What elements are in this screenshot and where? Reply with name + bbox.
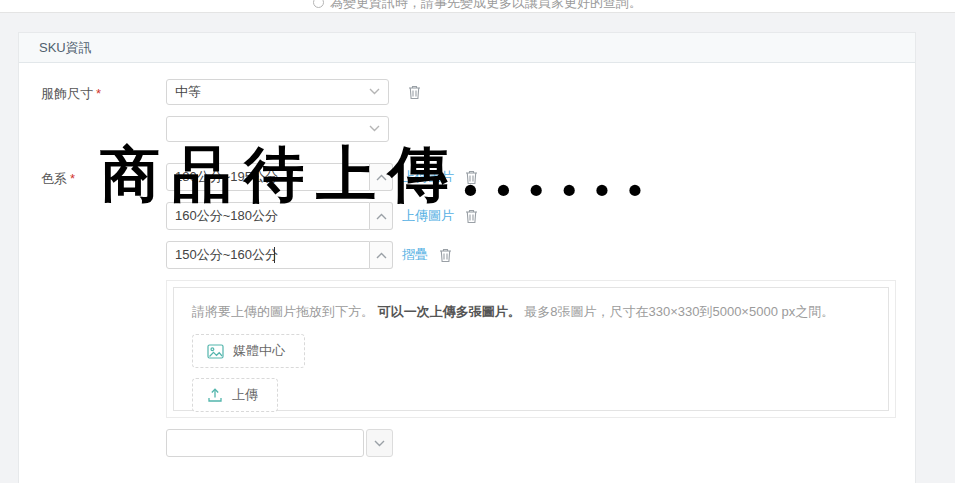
sku-info-card: SKU資訊 服飾尺寸* 中等 xyxy=(18,32,916,483)
upload-hint-bold: 可以一次上傳多張圖片。 xyxy=(378,304,521,319)
media-center-label: 媒體中心 xyxy=(233,342,285,360)
color-label-text: 色系 xyxy=(41,171,67,186)
size-field-label: 服飾尺寸* xyxy=(41,79,166,103)
color-value-input-2[interactable] xyxy=(166,202,370,230)
page-background: 商品待上傳...... SKU資訊 服飾尺寸* 中等 xyxy=(0,13,955,483)
upload-label: 上傳 xyxy=(232,386,258,404)
focused-input-wrap xyxy=(166,241,370,269)
top-hint-text-wrap: 為變更資訊時，請事先變成更多以讓買家更好的查詢。 xyxy=(313,0,642,12)
size-select-value: 中等 xyxy=(175,83,201,101)
upload-hint-part1: 請將要上傳的圖片拖放到下方。 xyxy=(192,304,374,319)
media-center-button[interactable]: 媒體中心 xyxy=(192,334,305,368)
collapse-row-button[interactable] xyxy=(370,202,393,230)
sku-section-header: SKU資訊 xyxy=(19,33,915,63)
size-rows: 中等 xyxy=(166,79,422,153)
delete-color-row-button[interactable] xyxy=(464,169,479,185)
sku-form-body: 服飾尺寸* 中等 xyxy=(19,63,915,468)
upload-image-link[interactable]: 上傳圖片 xyxy=(402,207,454,225)
trash-icon xyxy=(464,208,479,224)
chevron-down-icon xyxy=(374,440,385,447)
size-label-text: 服飾尺寸 xyxy=(41,86,93,101)
chevron-up-icon xyxy=(376,252,387,259)
color-required-asterisk: * xyxy=(70,171,75,186)
color-row-1: 上傳圖片 xyxy=(166,163,896,191)
color-field-label: 色系* xyxy=(41,163,166,188)
upload-arrow-icon xyxy=(207,387,223,403)
size-row-1: 中等 xyxy=(166,79,422,105)
collapse-row-button[interactable] xyxy=(370,163,393,191)
extra-attribute-input[interactable] xyxy=(166,429,364,457)
size-field-row: 服飾尺寸* 中等 xyxy=(41,79,915,153)
chevron-up-icon xyxy=(376,213,387,220)
delete-color-row-button[interactable] xyxy=(464,208,479,224)
info-circle-icon xyxy=(313,0,324,8)
delete-size-row-button[interactable] xyxy=(407,84,422,100)
size-required-asterisk: * xyxy=(96,86,101,101)
image-dropzone[interactable]: 請將要上傳的圖片拖放到下方。 可以一次上傳多張圖片。 最多8張圖片，尺寸在330… xyxy=(173,287,889,411)
trash-icon xyxy=(464,169,479,185)
color-row-2: 上傳圖片 xyxy=(166,202,896,230)
top-hint-bar: 為變更資訊時，請事先變成更多以讓買家更好的查詢。 xyxy=(0,0,955,13)
chevron-down-icon xyxy=(369,125,380,132)
collapse-row-button[interactable] xyxy=(370,241,393,269)
text-cursor xyxy=(274,247,275,263)
upload-button[interactable]: 上傳 xyxy=(192,378,278,412)
image-icon xyxy=(207,344,224,359)
extra-attribute-row xyxy=(166,429,896,457)
upload-hint-text: 請將要上傳的圖片拖放到下方。 可以一次上傳多張圖片。 最多8張圖片，尺寸在330… xyxy=(192,303,870,321)
color-value-input-1[interactable] xyxy=(166,163,370,191)
color-value-input-3[interactable] xyxy=(166,241,370,269)
size-row-2 xyxy=(166,116,422,142)
trash-icon xyxy=(407,84,422,100)
delete-color-row-button[interactable] xyxy=(438,247,453,263)
upload-hint-part2: 最多8張圖片，尺寸在330×330到5000×5000 px之間。 xyxy=(524,304,834,319)
open-options-button[interactable] xyxy=(366,429,393,457)
chevron-up-icon xyxy=(376,174,387,181)
collapse-link[interactable]: 摺疊 xyxy=(402,246,428,264)
color-rows: 上傳圖片 xyxy=(166,163,896,468)
chevron-down-icon xyxy=(369,88,380,95)
sku-section-title: SKU資訊 xyxy=(39,40,92,55)
trash-icon xyxy=(438,247,453,263)
upload-image-link[interactable]: 上傳圖片 xyxy=(402,168,454,186)
color-field-row: 色系* 上傳圖片 xyxy=(41,163,915,468)
color-row-3: 摺疊 xyxy=(166,241,896,269)
image-upload-panel: 請將要上傳的圖片拖放到下方。 可以一次上傳多張圖片。 最多8張圖片，尺寸在330… xyxy=(166,280,896,418)
top-hint-text: 為變更資訊時，請事先變成更多以讓買家更好的查詢。 xyxy=(330,0,642,10)
size-select-empty[interactable] xyxy=(166,116,389,142)
size-select[interactable]: 中等 xyxy=(166,79,389,105)
